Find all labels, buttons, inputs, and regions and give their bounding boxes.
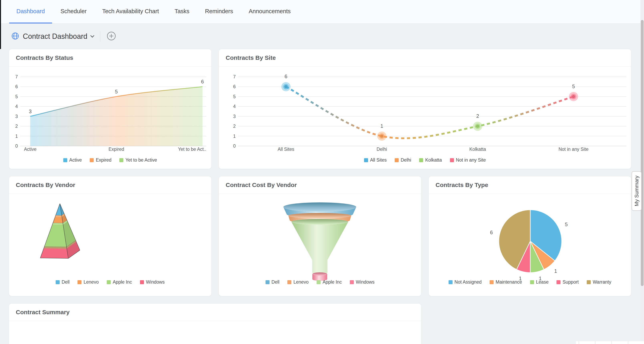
tab-scheduler[interactable]: Scheduler xyxy=(53,0,94,23)
legend-swatch xyxy=(450,158,454,162)
pyramid-chart-contracts-by-vendor xyxy=(9,194,211,286)
legend-item[interactable]: Maintenance xyxy=(490,279,522,285)
legend-swatch xyxy=(140,280,144,284)
legend-item[interactable]: All Sites xyxy=(364,158,387,163)
y-tick: 6 xyxy=(233,84,236,89)
legend-item[interactable]: Support xyxy=(556,279,579,285)
legend-label: Kolkatta xyxy=(425,158,442,163)
x-axis-label: Expired xyxy=(108,147,124,152)
x-axis-label: Kolkatta xyxy=(470,147,486,152)
card-contract-summary: Contract Summary xyxy=(9,303,421,344)
value-label: 1 xyxy=(554,268,557,274)
card-contracts-by-status: Contracts By Status 01234567356ActiveExp… xyxy=(9,49,212,169)
divider xyxy=(100,31,100,42)
legend-swatch xyxy=(63,158,67,162)
legend-swatch xyxy=(350,280,354,284)
legend-item[interactable]: Lease xyxy=(530,279,549,285)
y-tick: 7 xyxy=(15,74,18,79)
card-title: Contracts By Vendor xyxy=(16,176,75,194)
y-tick: 4 xyxy=(15,104,18,109)
legend-label: All Sites xyxy=(370,158,387,163)
legend-swatch xyxy=(530,280,534,284)
legend-label: Active xyxy=(69,158,82,163)
pie-chart-contracts-by-type: 51116 xyxy=(429,194,631,286)
legend-item[interactable]: Dell xyxy=(266,279,280,285)
tab-dashboard[interactable]: Dashboard xyxy=(9,0,52,23)
legend-swatch xyxy=(490,280,494,284)
y-tick: 5 xyxy=(233,94,236,99)
legend-item[interactable]: Not Assigned xyxy=(448,279,482,285)
legend-swatch xyxy=(90,158,94,162)
card-title: Contracts By Type xyxy=(436,176,488,194)
legend-item[interactable]: Apple Inc xyxy=(316,279,342,285)
legend-item[interactable]: Windows xyxy=(350,279,374,285)
legend-item[interactable]: Windows xyxy=(140,279,164,285)
legend-swatch xyxy=(587,280,591,284)
legend-label: Apple Inc xyxy=(322,279,342,285)
bottom-panel-edge xyxy=(576,341,644,344)
legend-item[interactable]: Active xyxy=(63,158,82,163)
value-label: 5 xyxy=(115,89,118,94)
chevron-down-icon[interactable] xyxy=(90,34,94,38)
dashboard-title[interactable]: Contract Dashboard xyxy=(23,32,87,41)
area-chart-contracts-by-status: 01234567356ActiveExpiredYet to be Act.. xyxy=(9,67,211,159)
card-title: Contract Summary xyxy=(16,304,70,321)
legend-swatch xyxy=(556,280,560,284)
divider xyxy=(219,66,631,67)
y-tick: 1 xyxy=(233,134,236,139)
legend-label: Dell xyxy=(272,279,280,285)
add-widget-button[interactable] xyxy=(107,31,116,41)
legend-label: Support xyxy=(562,279,579,285)
card-contracts-by-vendor: Contracts By Vendor DellLenevoApple IncW… xyxy=(9,176,212,296)
legend-item[interactable]: Kolkatta xyxy=(419,158,442,163)
divider xyxy=(9,66,211,67)
legend-item[interactable]: Yet to be Active xyxy=(119,158,157,163)
y-tick: 2 xyxy=(15,124,18,129)
legend-swatch xyxy=(364,158,368,162)
y-tick: 5 xyxy=(15,94,18,99)
legend-swatch xyxy=(395,158,399,162)
tab-tasks[interactable]: Tasks xyxy=(168,0,197,23)
legend-item[interactable]: Lenevo xyxy=(78,279,98,285)
y-tick: 2 xyxy=(233,124,236,129)
legend-item[interactable]: Expired xyxy=(90,158,111,163)
value-label: 6 xyxy=(284,74,287,79)
x-axis-label: All Sites xyxy=(278,147,294,152)
x-axis-label: Active xyxy=(24,147,37,152)
nav-tabs: Dashboard Scheduler Tech Availability Ch… xyxy=(0,0,644,23)
legend-item[interactable]: Delhi xyxy=(395,158,411,163)
value-label: 1 xyxy=(380,123,383,129)
funnel-chart-contract-cost-by-vendor xyxy=(219,194,421,286)
chart-legend: DellLenevoApple IncWindows xyxy=(9,279,211,285)
legend-label: Expired xyxy=(96,158,111,163)
legend-item[interactable]: Lenevo xyxy=(287,279,308,285)
card-title: Contract Cost By Vendor xyxy=(226,176,297,194)
y-tick: 4 xyxy=(233,104,236,109)
value-label: 6 xyxy=(201,79,204,84)
legend-label: Maintenance xyxy=(496,279,522,285)
legend-swatch xyxy=(56,280,60,284)
scrollbar-thumb[interactable] xyxy=(641,20,644,286)
value-label: 2 xyxy=(476,113,479,119)
value-label: 3 xyxy=(29,109,32,114)
tab-tech-availability-chart[interactable]: Tech Availability Chart xyxy=(95,0,166,23)
chart-legend: All SitesDelhiKolkattaNot in any Site xyxy=(219,158,631,163)
legend-swatch xyxy=(266,280,270,284)
legend-label: Lenevo xyxy=(293,279,308,285)
legend-item[interactable]: Apple Inc xyxy=(107,279,132,285)
my-summary-tab[interactable]: My Summary xyxy=(632,171,642,211)
legend-item[interactable]: Dell xyxy=(56,279,70,285)
legend-swatch xyxy=(287,280,291,284)
tab-announcements[interactable]: Announcements xyxy=(242,0,298,23)
tab-reminders[interactable]: Reminders xyxy=(198,0,240,23)
legend-swatch xyxy=(78,280,82,284)
legend-item[interactable]: Warranty xyxy=(587,279,611,285)
line-chart-contracts-by-site: 012345676All Sites1Delhi2Kolkatta5Not in… xyxy=(219,67,631,159)
top-nav: Dashboard Scheduler Tech Availability Ch… xyxy=(0,0,644,24)
legend-label: Apple Inc xyxy=(113,279,132,285)
legend-item[interactable]: Not in any Site xyxy=(450,158,486,163)
chart-legend: Not AssignedMaintenanceLeaseSupportWarra… xyxy=(429,279,631,285)
legend-label: Not in any Site xyxy=(456,158,486,163)
card-contracts-by-type: Contracts By Type 51116 Not AssignedMain… xyxy=(428,176,631,296)
my-summary-label: My Summary xyxy=(634,175,640,206)
